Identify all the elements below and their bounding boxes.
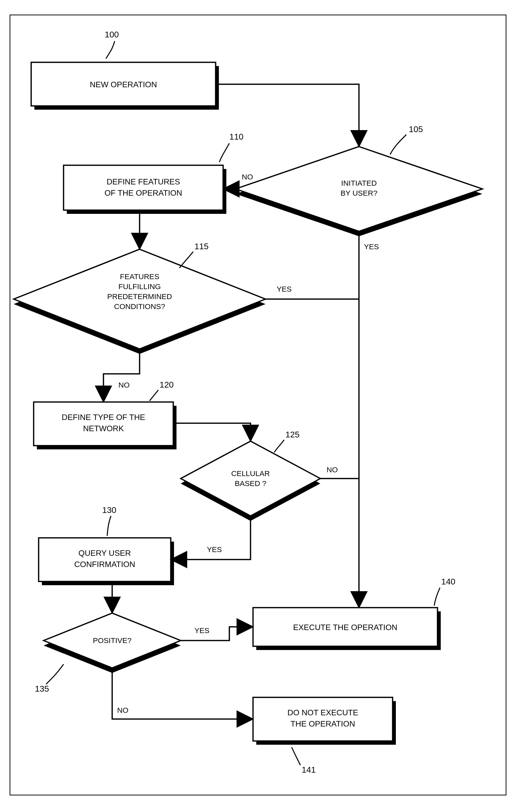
node-141-line2: THE OPERATION	[291, 719, 355, 728]
node-135-line1: POSITIVE?	[93, 636, 132, 644]
node-130-line1: QUERY USER	[79, 549, 131, 557]
node-100-line1: NEW OPERATION	[90, 80, 157, 89]
ref-105-text: 105	[409, 124, 423, 134]
ref-105: 105	[390, 124, 423, 154]
node-120-line1: DEFINE TYPE OF THE	[62, 413, 145, 422]
node-125-line1: CELLULAR	[231, 469, 270, 477]
svg-marker-11	[181, 441, 320, 516]
ref-125: 125	[274, 430, 300, 452]
node-115-line2: FULFILLING	[118, 282, 161, 291]
edge-105-no-label: NO	[242, 173, 253, 181]
edge-135-yes-label: YES	[195, 626, 209, 635]
ref-110-text: 110	[229, 132, 243, 141]
node-105-line1: INITIATED	[341, 179, 377, 187]
node-new-operation: NEW OPERATION	[31, 62, 219, 110]
ref-135-text: 135	[35, 684, 49, 693]
node-features-conditions: FEATURES FULFILLING PREDETERMINED CONDIT…	[14, 249, 265, 354]
node-define-features: DEFINE FEATURES OF THE OPERATION	[63, 165, 226, 214]
node-140-line1: EXECUTE THE OPERATION	[293, 623, 397, 632]
ref-141: 141	[292, 747, 316, 774]
node-105-line2: BY USER?	[341, 189, 377, 197]
edge-115-no-to-120	[104, 349, 140, 401]
edge-105-yes-label: YES	[364, 242, 379, 251]
node-define-type-network: DEFINE TYPE OF THE NETWORK	[34, 402, 176, 450]
ref-110: 110	[219, 132, 243, 162]
ref-140: 140	[434, 577, 456, 606]
edge-120-to-125	[173, 423, 251, 440]
ref-130: 130	[102, 505, 116, 536]
edge-125-yes-label: YES	[207, 545, 222, 554]
node-110-line1: DEFINE FEATURES	[107, 177, 180, 186]
ref-115-text: 115	[195, 241, 209, 251]
ref-140-text: 140	[441, 577, 456, 586]
node-130-line2: CONFIRMATION	[74, 560, 135, 569]
ref-125-text: 125	[285, 430, 300, 439]
svg-rect-5	[63, 165, 223, 210]
node-115-line3: PREDETERMINED	[107, 292, 172, 300]
node-115-line1: FEATURES	[120, 272, 159, 281]
ref-120-text: 120	[160, 380, 174, 389]
ref-135: 135	[35, 664, 63, 693]
ref-115: 115	[179, 241, 209, 268]
edge-135-no-to-141	[112, 668, 252, 719]
node-query-user-confirmation: QUERY USER CONFIRMATION	[39, 538, 174, 585]
ref-100: 100	[105, 30, 119, 59]
flowchart-canvas: NEW OPERATION 100 INITIATED BY USER? 105…	[0, 0, 519, 812]
ref-141-text: 141	[301, 765, 316, 774]
node-141-line1: DO NOT EXECUTE	[287, 708, 358, 717]
node-110-line2: OF THE OPERATION	[105, 188, 182, 197]
ref-120: 120	[150, 380, 174, 401]
edge-135-yes-to-140	[181, 627, 252, 640]
edge-115-yes-label: YES	[277, 285, 292, 293]
edge-115-no-label: NO	[118, 381, 129, 389]
node-initiated-by-user: INITIATED BY USER?	[236, 147, 482, 236]
node-positive: POSITIVE?	[44, 613, 181, 673]
node-125-line2: BASED ?	[235, 479, 266, 488]
node-execute-operation: EXECUTE THE OPERATION	[253, 608, 441, 650]
node-115-line4: CONDITIONS?	[114, 302, 165, 311]
ref-100-text: 100	[105, 30, 119, 39]
edge-135-no-label: NO	[117, 706, 128, 714]
edge-125-no-label: NO	[326, 466, 338, 474]
ref-130-text: 130	[102, 505, 116, 515]
node-do-not-execute: DO NOT EXECUTE THE OPERATION	[253, 697, 396, 745]
node-cellular-based: CELLULAR BASED ?	[181, 441, 320, 521]
node-120-line2: NETWORK	[83, 424, 124, 433]
